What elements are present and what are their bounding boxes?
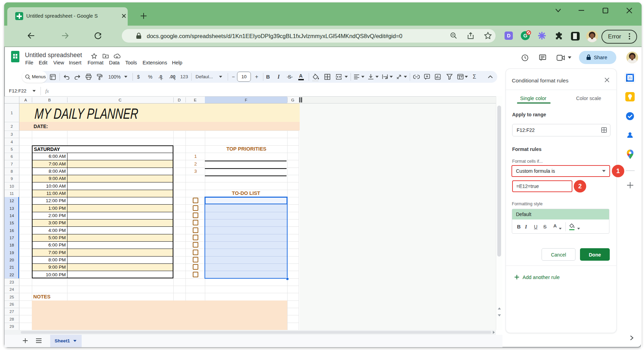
- svg-text:31: 31: [628, 76, 632, 80]
